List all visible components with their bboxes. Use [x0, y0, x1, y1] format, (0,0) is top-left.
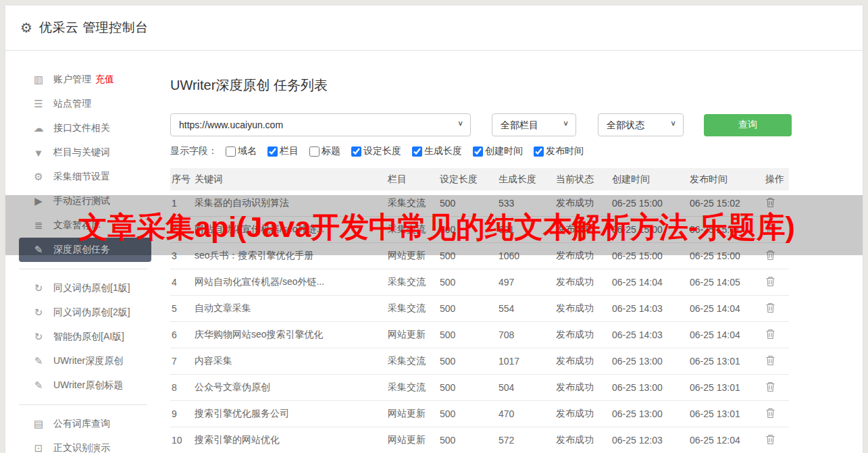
field-toggle-checkbox[interactable]	[309, 146, 320, 157]
site-select[interactable]: https://www.ucaiyun.com	[170, 113, 471, 136]
cell-status: 发布成功	[555, 375, 611, 401]
field-toggle-checkbox[interactable]	[534, 146, 544, 157]
field-toggle-checkbox[interactable]	[473, 146, 483, 157]
cell-gen-length: 504	[497, 375, 555, 401]
field-toggle-checkbox[interactable]	[226, 146, 236, 157]
page-title: UWriter深度原创 任务列表	[170, 76, 857, 95]
cell-column: 采集交流	[386, 348, 438, 375]
cell-publish-time: 06-25 14:05	[688, 269, 764, 296]
cell-actions	[764, 427, 789, 453]
cell-keyword: 自动文章采集	[193, 296, 386, 322]
sidebar-item-label: 接口文件相关	[53, 122, 110, 134]
recharge-badge[interactable]: 充值	[95, 74, 114, 86]
cell-keyword: 庆华购物网站seo搜索引擎优化	[193, 322, 386, 348]
cell-index: 7	[170, 348, 193, 375]
cell-status: 发布成功	[555, 269, 611, 296]
field-toggle-label: 创建时间	[485, 145, 523, 157]
cell-create-time: 06-25 13:00	[611, 348, 688, 375]
cell-actions	[764, 348, 789, 375]
field-toggle-5[interactable]: 创建时间	[473, 145, 523, 157]
field-toggle-checkbox[interactable]	[351, 146, 361, 157]
gear-icon: ⚙	[20, 21, 32, 34]
cell-column: 网站更新	[386, 322, 438, 348]
cell-column: 采集交流	[386, 296, 438, 322]
field-toggle-2[interactable]: 标题	[309, 145, 340, 157]
column-header: 创建时间	[611, 168, 688, 190]
cell-index: 6	[170, 322, 193, 348]
delete-button[interactable]	[765, 355, 775, 366]
sidebar-item-label: 账户管理	[53, 74, 91, 86]
book-icon: ▤	[32, 418, 45, 430]
cell-column: 采集交流	[386, 375, 438, 401]
sidebar-item-account-management[interactable]: ▥账户管理充值	[19, 68, 151, 92]
query-button[interactable]: 查询	[704, 114, 792, 136]
cell-set-length: 500	[438, 348, 497, 375]
sidebar-item-label: 栏目与关键词	[53, 146, 110, 159]
field-toggle-0[interactable]: 域名	[226, 145, 257, 157]
sidebar-item-public-lexicon-query[interactable]: ▤公有词库查询	[19, 412, 151, 436]
cell-set-length: 500	[438, 269, 497, 296]
sidebar-item-interface-files[interactable]: ☁接口文件相关	[19, 116, 151, 140]
field-toggle-label: 设定长度	[363, 145, 401, 157]
cell-keyword: 网站自动化宣传机器/seo外链...	[193, 269, 386, 296]
delete-button[interactable]	[765, 408, 775, 419]
delete-button[interactable]	[765, 276, 775, 287]
field-toggle-checkbox[interactable]	[412, 146, 422, 157]
sidebar-item-synonym-rewrite-v1[interactable]: ↻同义词伪原创[1版]	[19, 276, 151, 300]
cell-create-time: 06-25 14:03	[611, 296, 688, 322]
field-toggle-3[interactable]: 设定长度	[351, 145, 401, 157]
field-toggle-label: 域名	[238, 145, 257, 157]
trash-icon	[765, 331, 775, 342]
field-toggle-label: 生成长度	[424, 145, 462, 157]
cell-actions	[764, 322, 789, 348]
trash-icon	[765, 410, 775, 421]
cell-index: 4	[170, 269, 193, 296]
field-toggle-label: 栏目	[280, 145, 299, 157]
sidebar-item-ai-rewrite[interactable]: ↻智能伪原创[AI版]	[19, 325, 151, 349]
field-toggle-checkbox[interactable]	[267, 146, 278, 157]
cell-publish-time: 06-25 13:01	[688, 401, 764, 427]
status-select[interactable]: 全部状态	[598, 113, 684, 136]
sidebar-item-synonym-rewrite-v2[interactable]: ↻同义词伪原创[2版]	[19, 300, 151, 325]
cloud-upload-icon: ☁	[32, 122, 45, 134]
sidebar-item-site-management[interactable]: ☰站点管理	[19, 92, 151, 116]
sidebar-item-label: 同义词伪原创[2版]	[53, 307, 130, 319]
cell-gen-length: 708	[497, 322, 555, 348]
delete-button[interactable]	[765, 381, 775, 392]
sidebar-item-uwriter-original-title[interactable]: ✎UWriter原创标题	[19, 373, 151, 398]
delete-button[interactable]	[765, 302, 775, 313]
cell-actions	[764, 269, 789, 296]
cell-publish-time: 06-25 13:01	[688, 348, 764, 375]
column-select[interactable]: 全部栏目	[492, 113, 576, 136]
sidebar-item-collection-settings[interactable]: ⚙采集细节设置	[19, 165, 151, 189]
cell-gen-length: 554	[497, 296, 555, 322]
sidebar-divider	[19, 269, 147, 269]
table-row: 7内容采集采集交流5001017发布成功06-25 13:0006-25 13:…	[170, 348, 789, 375]
table-row: 6庆华购物网站seo搜索引擎优化网站更新500708发布成功06-25 14:0…	[170, 322, 789, 348]
sidebar-item-label: 站点管理	[53, 98, 91, 110]
filter-controls: https://www.ucaiyun.com 全部栏目 全部状态 查询	[170, 113, 857, 136]
sidebar-item-columns-keywords[interactable]: ▼栏目与关键词	[19, 140, 151, 165]
field-toggle-4[interactable]: 生成长度	[412, 145, 462, 157]
field-toggle-1[interactable]: 栏目	[267, 145, 299, 157]
cell-set-length: 500	[438, 322, 497, 348]
trash-icon	[765, 358, 775, 368]
fields-label: 显示字段：	[170, 145, 218, 157]
cell-keyword: 内容采集	[193, 348, 386, 375]
sidebar-item-label: 采集细节设置	[53, 171, 110, 183]
cell-publish-time: 06-25 14:04	[688, 296, 764, 322]
column-header: 序号	[170, 168, 193, 190]
monitor-icon: ⊡	[32, 442, 45, 453]
cell-status: 发布成功	[555, 427, 611, 453]
sidebar-item-content-extraction-demo[interactable]: ⊡正文识别演示	[19, 436, 151, 453]
delete-button[interactable]	[765, 434, 775, 445]
sidebar-item-label: 正文识别演示	[53, 442, 110, 453]
table-row: 5自动文章采集采集交流500554发布成功06-25 14:0306-25 14…	[170, 296, 789, 322]
sidebar-item-uwriter-deep-original[interactable]: ✎UWriter深度原创	[19, 349, 151, 373]
delete-button[interactable]	[765, 329, 775, 340]
cell-column: 网站更新	[386, 401, 438, 427]
field-toggle-label: 发布时间	[546, 145, 584, 157]
field-toggle-6[interactable]: 发布时间	[534, 145, 584, 157]
sidebar-divider	[19, 404, 147, 405]
cell-create-time: 06-25 13:00	[611, 401, 688, 427]
